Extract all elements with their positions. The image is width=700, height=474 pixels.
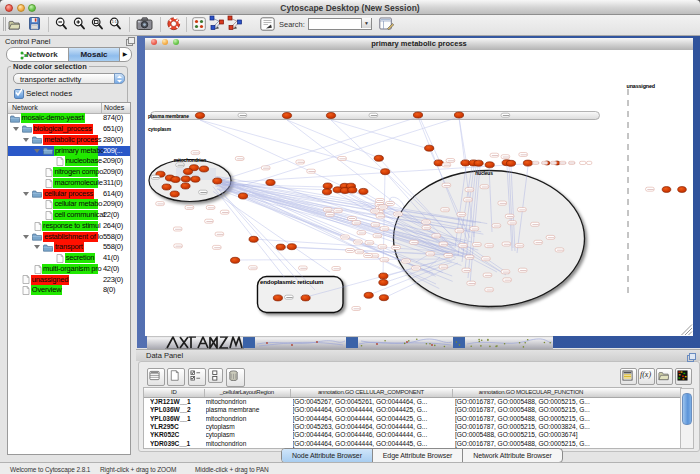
svg-text:nucleus: nucleus <box>475 171 493 176</box>
svg-text:cytoplasm: cytoplasm <box>148 127 172 132</box>
svg-text:plasma membrane: plasma membrane <box>148 114 189 119</box>
svg-text:mitochondrion: mitochondrion <box>174 158 206 163</box>
svg-text:endoplasmic reticulum: endoplasmic reticulum <box>260 278 324 285</box>
svg-text:unassigned: unassigned <box>627 83 655 89</box>
svg-text:1:1: 1:1 <box>112 20 117 24</box>
